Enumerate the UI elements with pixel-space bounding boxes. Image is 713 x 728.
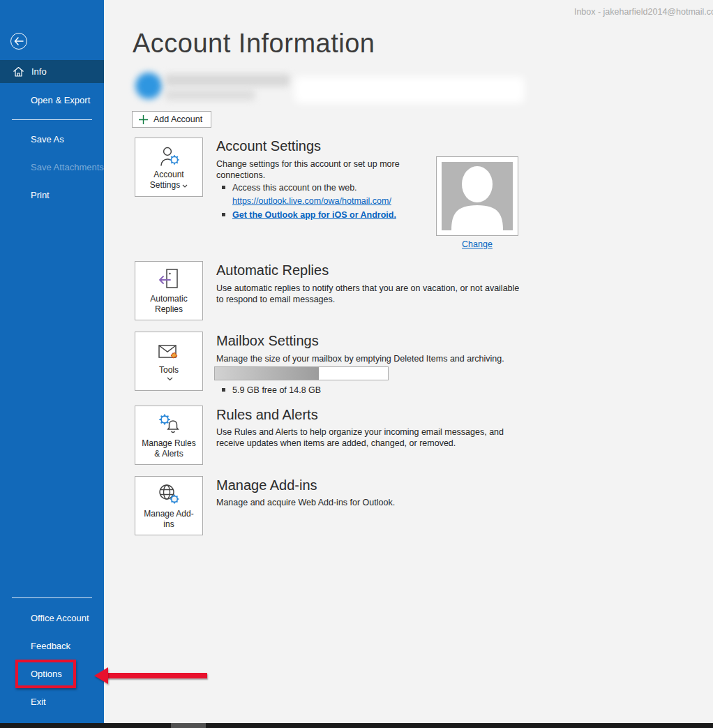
mailbox-storage-bar <box>214 366 389 380</box>
sidebar-item-label: Print <box>0 190 50 200</box>
account-settings-button[interactable]: Account Settings <box>135 138 203 197</box>
mailbox-progress-fill <box>215 367 319 380</box>
blurred-account-dropdown <box>294 77 525 103</box>
taskbar-edge <box>0 723 713 728</box>
taskbar-edge-segment <box>171 723 206 728</box>
sidebar-item-office-account[interactable]: Office Account <box>0 610 104 625</box>
section-heading-manage-add-ins: Manage Add-ins <box>216 477 317 493</box>
back-button[interactable] <box>10 33 27 50</box>
owa-link[interactable]: https://outlook.live.com/owa/hotmail.com… <box>232 196 391 206</box>
sidebar-item-print[interactable]: Print <box>0 187 104 202</box>
sidebar-item-label: Feedback <box>0 641 70 651</box>
sidebar-item-open-export[interactable]: Open & Export <box>0 92 104 107</box>
blurred-account-info <box>133 68 530 112</box>
chevron-down-icon <box>167 377 173 381</box>
add-account-button[interactable]: Add Account <box>132 111 211 128</box>
sidebar-item-feedback[interactable]: Feedback <box>0 638 104 653</box>
person-silhouette-icon <box>442 162 513 230</box>
page-title: Account Information <box>133 29 375 59</box>
section-heading-automatic-replies: Automatic Replies <box>216 262 329 278</box>
blurred-account-name <box>165 74 290 87</box>
section-body-mailbox-settings: Manage the size of your mailbox by empty… <box>216 353 520 364</box>
tile-button-label: Automatic Replies <box>140 294 198 315</box>
mailbox-tools-button[interactable]: Tools <box>135 332 203 391</box>
plus-icon <box>138 114 149 125</box>
sidebar-item-save-attachments: Save Attachments <box>0 159 104 174</box>
manage-add-ins-button[interactable]: Manage Add-ins <box>135 476 203 535</box>
blurred-account-email <box>165 89 255 101</box>
bullet-icon <box>222 213 225 216</box>
section-heading-rules-alerts: Rules and Alerts <box>216 407 318 423</box>
sidebar-item-label: Exit <box>0 697 46 707</box>
sidebar-item-save-as[interactable]: Save As <box>0 131 104 147</box>
globe-gear-icon <box>155 482 183 507</box>
backstage-sidebar: Info Open & Export Save As Save Attachme… <box>0 0 104 723</box>
sidebar-item-label: Save Attachments <box>0 162 104 172</box>
person-gear-icon <box>156 144 182 168</box>
section-body-rules-alerts: Use Rules and Alerts to help organize yo… <box>216 426 520 450</box>
storage-free-text: 5.9 GB free of 14.8 GB <box>232 385 321 395</box>
sidebar-item-info[interactable]: Info <box>0 60 104 83</box>
annotation-arrow <box>107 673 207 678</box>
outlook-app-link[interactable]: Get the Outlook app for iOS or Android. <box>232 210 396 220</box>
change-photo-link[interactable]: Change <box>436 239 518 249</box>
gear-bell-icon <box>155 412 183 437</box>
section-body-manage-add-ins: Manage and acquire Web Add-ins for Outlo… <box>216 497 520 508</box>
tile-button-label: Account Settings <box>140 170 198 191</box>
home-icon <box>13 66 24 77</box>
sidebar-item-label: Open & Export <box>0 95 90 105</box>
outlook-backstage-window: Info Open & Export Save As Save Attachme… <box>0 0 713 728</box>
section-heading-mailbox-settings: Mailbox Settings <box>216 333 319 349</box>
mailbox-cleanup-icon <box>154 341 183 364</box>
window-title-text: Inbox - jakeharfield2014@hotmail.co <box>574 7 713 17</box>
sidebar-item-label: Office Account <box>0 613 89 623</box>
blurred-account-avatar <box>135 73 162 99</box>
manage-rules-alerts-button[interactable]: Manage Rules & Alerts <box>135 406 203 465</box>
automatic-replies-button[interactable]: Automatic Replies <box>135 261 203 320</box>
bullet-icon <box>222 388 225 392</box>
back-arrow-icon <box>14 37 24 45</box>
sidebar-item-label: Save As <box>0 134 64 144</box>
sidebar-divider <box>12 119 92 120</box>
reply-document-icon <box>155 267 183 292</box>
annotation-arrow-head-icon <box>94 667 108 684</box>
tile-button-label: Manage Rules & Alerts <box>140 438 198 459</box>
profile-photo <box>436 156 518 236</box>
section-body-automatic-replies: Use automatic replies to notify others t… <box>216 283 520 306</box>
sidebar-item-exit[interactable]: Exit <box>0 694 104 709</box>
section-body-account-settings: Change settings for this account or set … <box>216 158 426 181</box>
add-account-label: Add Account <box>153 114 202 124</box>
bullet-text: Access this account on the web. <box>232 183 357 193</box>
tile-button-label: Tools <box>159 365 179 376</box>
section-heading-account-settings: Account Settings <box>216 138 321 154</box>
bullet-icon <box>222 186 225 189</box>
sidebar-divider <box>12 597 92 598</box>
chevron-down-icon <box>182 184 188 188</box>
sidebar-item-label: Info <box>24 66 47 77</box>
options-highlight-box <box>15 660 76 688</box>
tile-button-label: Manage Add-ins <box>140 509 198 530</box>
